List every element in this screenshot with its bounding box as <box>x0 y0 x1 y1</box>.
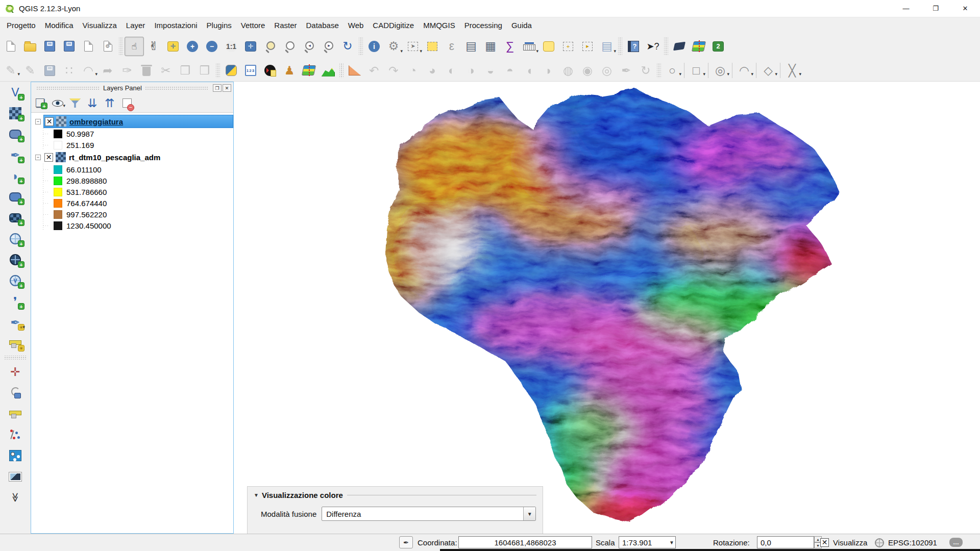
add-raster-layer-button[interactable]: + <box>5 104 26 123</box>
rotate-point-symbols-button[interactable]: ↻ <box>636 62 655 79</box>
dropdown-arrow-icon[interactable]: ▾ <box>679 71 681 77</box>
undo-button[interactable]: ↶ <box>364 62 384 79</box>
open-project-button[interactable] <box>20 37 40 56</box>
render-checkbox[interactable]: ✕ <box>820 538 829 547</box>
zoom-to-selection-button[interactable] <box>280 37 299 56</box>
layer-row-surface[interactable]: ✕ombreggiatura <box>43 115 233 128</box>
pan-to-selection-button[interactable]: ✛ <box>163 37 183 56</box>
layer-row[interactable]: −✕rt_dtm10_pescaglia_adm <box>31 151 233 164</box>
dropdown-arrow-icon[interactable]: ▾ <box>420 48 422 54</box>
text-annotation-button[interactable]: ▤▾ <box>597 37 617 56</box>
run-feature-action-button[interactable]: ⚙▾ <box>384 37 403 56</box>
zoom-native-button[interactable]: 1:1 <box>222 37 241 56</box>
plugin-statue-button[interactable]: ♟ <box>280 62 299 79</box>
menu-guida[interactable]: Guida <box>507 19 536 32</box>
coordinate-capture-icon[interactable]: ✒ <box>399 536 413 548</box>
add-delimited-text-layer-button[interactable]: ❜+ <box>5 292 26 311</box>
geometry-nodes-tool-button[interactable] <box>5 425 26 444</box>
merge-features-button[interactable]: ◒ <box>481 62 500 79</box>
save-layer-edits-button[interactable] <box>40 62 59 79</box>
menu-progetto[interactable]: Progetto <box>2 19 40 32</box>
plugin-layer-stack-button[interactable] <box>689 37 708 56</box>
split-features-button[interactable]: ◐ <box>442 62 461 79</box>
menu-layer[interactable]: Layer <box>121 19 150 32</box>
add-group-button[interactable]: ❏+ <box>32 95 48 111</box>
select-features-button[interactable]: ➤▾ <box>403 37 423 56</box>
dropdown-arrow-icon[interactable]: ▾ <box>63 103 65 108</box>
open-attribute-table-button[interactable]: ▤ <box>461 37 481 56</box>
expand-all-button[interactable]: ⇊ <box>84 95 101 111</box>
menu-plugins[interactable]: Plugins <box>202 19 236 32</box>
map-tips-button[interactable] <box>539 37 558 56</box>
new-bookmark-button[interactable]: + <box>558 37 578 56</box>
pan-map-button[interactable]: ✌ <box>144 37 163 56</box>
rotation-spinbox[interactable]: 0,0 ▲▼ <box>757 536 814 548</box>
menu-caddigitize[interactable]: CADDigitize <box>368 19 419 32</box>
menu-vettore[interactable]: Vettore <box>236 19 270 32</box>
deselect-all-button[interactable] <box>423 37 442 56</box>
cad-pentagon-button[interactable]: ◇▾ <box>758 62 778 79</box>
layer-checkbox[interactable]: ✕ <box>45 117 54 126</box>
layer-checkbox[interactable]: ✕ <box>44 153 53 162</box>
cad-intersection-button[interactable]: ╳▾ <box>782 62 802 79</box>
messages-bubble-icon[interactable]: … <box>949 538 963 547</box>
add-postgis-layer-button[interactable]: + <box>5 124 26 144</box>
float-panel-icon[interactable]: ❐ <box>213 84 222 92</box>
map-preview-button[interactable] <box>5 467 26 486</box>
statistics-panel-button[interactable]: ▦ <box>481 37 500 56</box>
statistical-summary-button[interactable]: ∑ <box>500 37 520 56</box>
menu-web[interactable]: Web <box>344 19 369 32</box>
plugin-diamond-button[interactable] <box>670 37 689 56</box>
move-feature-button[interactable]: ➦ <box>98 62 117 79</box>
show-bookmarks-button[interactable]: ▸ <box>578 37 597 56</box>
cut-features-button[interactable]: ✂ <box>156 62 176 79</box>
scale-dropdown-icon[interactable]: ▼ <box>669 540 674 545</box>
add-vector-layer-button[interactable]: V+ <box>5 83 26 102</box>
layer-row[interactable]: −✕ombreggiatura <box>31 115 233 128</box>
select-by-expression-button[interactable]: ε <box>442 37 461 56</box>
plugin-calc-button[interactable]: 123 <box>241 62 260 79</box>
map-canvas[interactable]: ▼ Visualizzazione colore Modalità fusion… <box>234 82 980 534</box>
dropdown-arrow-icon[interactable]: ▾ <box>400 48 403 54</box>
scale-combo[interactable]: 1:73.901 ▼ <box>619 536 676 548</box>
copy-features-button[interactable]: ❐ <box>176 62 195 79</box>
close-panel-icon[interactable]: ✕ <box>223 84 231 92</box>
dropdown-arrow-icon[interactable]: ▾ <box>22 324 25 330</box>
add-ring-button[interactable]: ◎ <box>597 62 617 79</box>
dropdown-arrow-icon[interactable]: ▾ <box>17 71 20 77</box>
layer-row-surface[interactable]: ✕rt_dtm10_pescaglia_adm <box>43 151 233 164</box>
add-oracle-layer-button[interactable]: + <box>5 187 26 207</box>
rotate-feature-button[interactable]: ✑ <box>117 62 137 79</box>
pipe-tool-button[interactable] <box>5 404 26 423</box>
offset-curve-button[interactable]: ◔ <box>403 62 423 79</box>
delete-part-button[interactable]: ◖ <box>520 62 539 79</box>
expander-icon[interactable]: − <box>35 119 41 124</box>
add-wfs-layer-button[interactable]: V+ <box>5 271 26 290</box>
node-tool-button[interactable]: ◠▾ <box>79 62 98 79</box>
simplify-feature-button[interactable]: ✒ <box>617 62 636 79</box>
dropdown-arrow-icon[interactable]: ▾ <box>703 71 705 77</box>
new-project-button[interactable] <box>1 37 20 56</box>
refresh-map-button[interactable]: ↻ <box>338 37 357 56</box>
close-button[interactable]: ✕ <box>950 0 980 17</box>
menu-processing[interactable]: Processing <box>460 19 507 32</box>
zoom-in-button[interactable]: + <box>183 37 202 56</box>
merge-attributes-button[interactable]: ◓ <box>500 62 520 79</box>
new-virtual-layer-button[interactable]: ✳ <box>5 334 26 353</box>
help-contents-button[interactable]: ? <box>624 37 643 56</box>
collapse-arrow-icon[interactable]: ▼ <box>254 492 259 498</box>
dropdown-arrow-icon[interactable]: ▾ <box>95 71 97 77</box>
crosshair-tool-button[interactable]: ✛ <box>5 362 26 382</box>
touch-zoom-pan-button[interactable]: ☝ <box>125 37 144 56</box>
composer-manager-button[interactable]: ⚙ <box>98 37 117 56</box>
add-feature-button[interactable]: ∷ <box>59 62 79 79</box>
split-parts-button[interactable]: ◑ <box>461 62 481 79</box>
identify-features-button[interactable]: i <box>364 37 384 56</box>
add-wcs-layer-button[interactable]: + <box>5 250 26 269</box>
coordinate-input[interactable]: 1604681,4868023 <box>458 536 592 548</box>
save-project-as-button[interactable] <box>59 37 79 56</box>
remove-layer-button[interactable] <box>119 95 135 111</box>
dropdown-arrow-icon[interactable]: ▼ <box>523 507 535 520</box>
dropdown-arrow-icon[interactable]: ▾ <box>799 71 801 77</box>
menu-raster[interactable]: Raster <box>270 19 301 32</box>
